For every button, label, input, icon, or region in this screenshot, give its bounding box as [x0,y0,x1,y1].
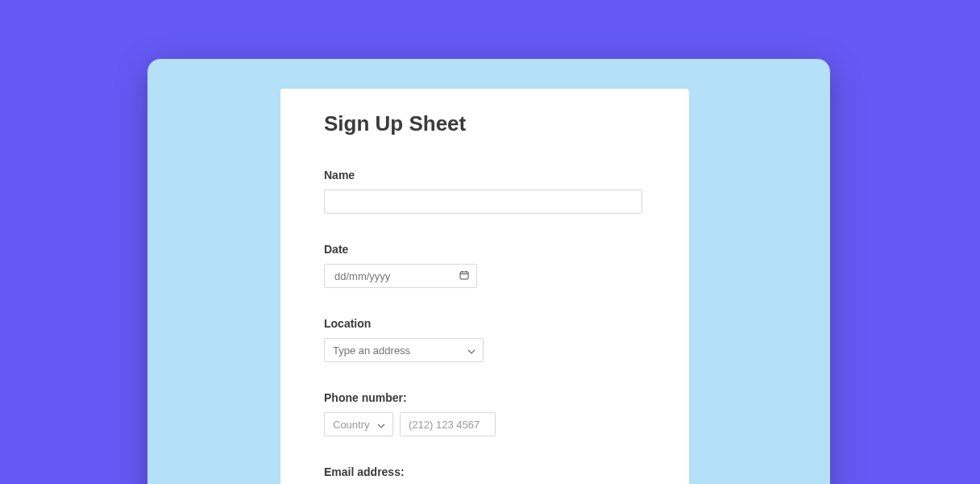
name-input[interactable] [324,190,642,214]
field-date: Date [324,243,646,288]
phone-input[interactable] [400,412,496,436]
field-location: Location [324,317,646,362]
form-title: Sign Up Sheet [324,111,646,136]
outer-panel: Sign Up Sheet Name Date Location [147,59,830,484]
date-label: Date [324,243,646,256]
location-input[interactable] [324,338,484,362]
email-label: Email address: [324,465,646,478]
location-label: Location [324,317,646,330]
field-name: Name [324,169,646,214]
form-card: Sign Up Sheet Name Date Location [280,89,689,484]
country-select[interactable]: Country [324,412,393,436]
field-phone: Phone number: Country [324,391,646,436]
field-email: Email address: [324,465,646,484]
date-input[interactable] [324,264,477,288]
name-label: Name [324,169,646,182]
phone-label: Phone number: [324,391,646,404]
